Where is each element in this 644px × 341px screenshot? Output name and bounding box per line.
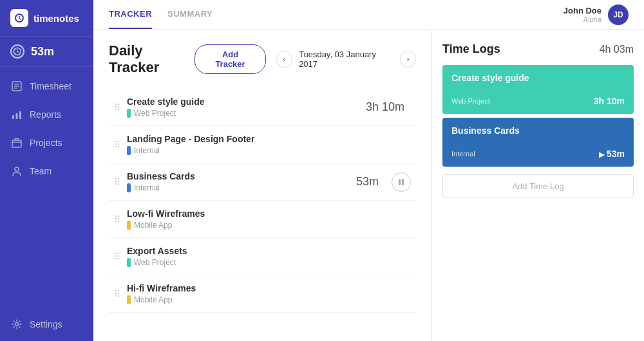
project-color-dot: [127, 183, 131, 192]
timesheet-icon: [10, 80, 23, 93]
task-name: Landing Page - Design Footer: [127, 134, 411, 144]
sidebar-item-label: Team: [30, 166, 52, 176]
task-project: Internal: [127, 146, 411, 155]
drag-handle-icon: ⠿: [114, 214, 120, 225]
task-name: Export Assets: [127, 246, 411, 256]
tab-tracker[interactable]: TRACKER: [109, 0, 152, 29]
time-log-entry[interactable]: Create style guide Web Project 3h 10m: [442, 65, 634, 114]
log-time: 3h 10m: [594, 96, 625, 106]
table-row[interactable]: ⠿ Landing Page - Design Footer Internal: [109, 126, 416, 163]
svg-point-11: [15, 323, 19, 326]
task-project: Web Project: [127, 258, 411, 267]
time-logs-panel: Time Logs 4h 03m Create style guide Web …: [431, 30, 644, 341]
table-row[interactable]: ⠿ Low-fi Wireframes Mobile App: [109, 201, 416, 238]
log-project: Internal: [451, 150, 475, 158]
svg-rect-12: [399, 179, 401, 185]
user-name: John Doe: [564, 6, 601, 15]
log-entry-name: Create style guide: [451, 73, 625, 83]
task-name: Low-fi Wireframes: [127, 208, 411, 219]
svg-point-10: [15, 167, 19, 171]
log-entry-footer: Web Project 3h 10m: [451, 96, 625, 106]
settings-label: Settings: [30, 319, 62, 329]
project-name: Internal: [134, 183, 160, 192]
top-header: TRACKER SUMMARY John Doe Alpha JD: [93, 0, 644, 30]
project-name: Web Project: [134, 109, 176, 118]
task-name: Create style guide: [127, 97, 359, 107]
sidebar-item-team[interactable]: Team: [0, 157, 93, 185]
settings-icon: [10, 318, 23, 331]
project-color-dot: [127, 146, 131, 155]
sidebar-item-label: Projects: [30, 138, 62, 148]
project-name: Mobile App: [134, 295, 172, 304]
sidebar-logo[interactable]: timenotes: [0, 0, 93, 37]
project-color-dot: [127, 295, 131, 304]
table-row[interactable]: ⠿ Create style guide Web Project 3h 10m: [109, 89, 416, 126]
sidebar-item-timesheet[interactable]: Timesheet: [0, 72, 93, 100]
time-logs-total: 4h 03m: [600, 44, 634, 55]
drag-handle-icon: ⠿: [114, 102, 120, 113]
time-log-entry[interactable]: Business Cards Internal ▶53m: [442, 118, 634, 167]
logo-icon: [10, 9, 28, 27]
time-logs-title: Time Logs: [442, 42, 500, 56]
project-color-dot: [127, 258, 131, 267]
sidebar-item-projects[interactable]: Projects: [0, 129, 93, 157]
task-project: Web Project: [127, 109, 359, 118]
add-time-log-button[interactable]: Add Time Log: [442, 174, 634, 198]
task-info: Landing Page - Design Footer Internal: [127, 134, 411, 155]
prev-date-button[interactable]: ‹: [276, 51, 292, 68]
daily-header: Daily Tracker Add Tracker ‹ Tuesday, 03 …: [109, 42, 416, 76]
task-info: Hi-fi Wireframes Mobile App: [127, 283, 411, 304]
app-name: timenotes: [33, 13, 79, 24]
svg-rect-7: [16, 113, 18, 119]
log-time: ▶53m: [599, 149, 625, 159]
sidebar: timenotes 53m Timesheet: [0, 0, 93, 341]
project-color-dot: [127, 109, 131, 118]
drag-handle-icon: ⠿: [114, 252, 120, 262]
task-info: Low-fi Wireframes Mobile App: [127, 208, 411, 230]
table-row[interactable]: ⠿ Business Cards Internal 53m: [109, 163, 416, 201]
drag-handle-icon: ⠿: [114, 177, 120, 187]
user-details: John Doe Alpha: [564, 6, 601, 23]
table-row[interactable]: ⠿ Hi-fi Wireframes Mobile App: [109, 275, 416, 313]
current-date: Tuesday, 03 January 2017: [299, 50, 393, 69]
task-info: Create style guide Web Project: [127, 97, 359, 118]
user-info: John Doe Alpha JD: [564, 5, 629, 25]
user-role: Alpha: [564, 15, 601, 23]
tab-summary[interactable]: SUMMARY: [167, 0, 213, 29]
task-info: Business Cards Internal: [127, 171, 350, 192]
timer-display[interactable]: 53m: [0, 37, 93, 67]
next-date-button[interactable]: ›: [400, 51, 416, 68]
sidebar-item-settings[interactable]: Settings: [0, 310, 93, 341]
task-project: Mobile App: [127, 295, 411, 304]
table-row[interactable]: ⠿ Export Assets Web Project: [109, 238, 416, 275]
project-name: Web Project: [134, 258, 176, 267]
task-info: Export Assets Web Project: [127, 246, 411, 267]
drag-handle-icon: ⠿: [114, 289, 120, 299]
pause-button[interactable]: [392, 172, 411, 192]
play-icon: ▶: [599, 151, 604, 158]
task-name: Business Cards: [127, 171, 350, 181]
project-color-dot: [127, 221, 131, 230]
timer-icon: [10, 44, 24, 59]
user-avatar[interactable]: JD: [608, 5, 629, 25]
drag-handle-icon: ⠿: [114, 140, 120, 150]
tabs: TRACKER SUMMARY: [109, 0, 213, 29]
team-icon: [10, 165, 23, 178]
project-name: Internal: [134, 146, 160, 155]
add-tracker-button[interactable]: Add Tracker: [194, 44, 266, 74]
svg-rect-6: [12, 115, 14, 119]
task-list: ⠿ Create style guide Web Project 3h 10m …: [109, 89, 416, 313]
project-name: Mobile App: [134, 221, 172, 230]
sidebar-nav: Timesheet Reports Projects: [0, 67, 93, 341]
task-time: 3h 10m: [366, 100, 404, 114]
log-entry-footer: Internal ▶53m: [451, 149, 625, 159]
log-project: Web Project: [451, 97, 490, 105]
svg-rect-9: [12, 140, 21, 147]
timer-value: 53m: [31, 45, 54, 59]
svg-rect-13: [402, 179, 404, 185]
task-name: Hi-fi Wireframes: [127, 283, 411, 293]
sidebar-item-reports[interactable]: Reports: [0, 100, 93, 129]
reports-icon: [10, 108, 23, 121]
svg-rect-8: [19, 111, 21, 119]
task-time: 53m: [356, 175, 379, 189]
